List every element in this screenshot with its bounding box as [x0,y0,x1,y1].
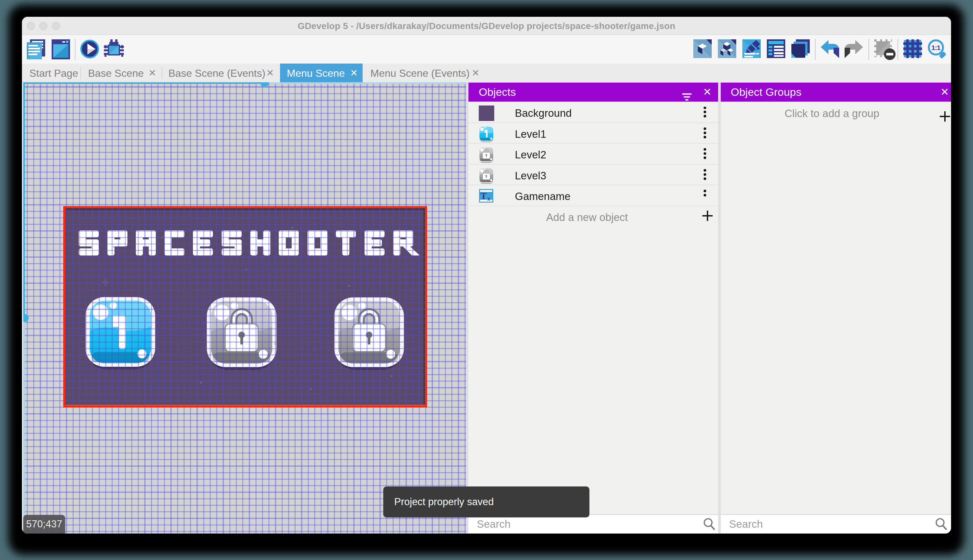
svg-text:x: x [487,195,490,202]
svg-text:T: T [480,190,487,201]
svg-text:1:1: 1:1 [931,44,941,51]
